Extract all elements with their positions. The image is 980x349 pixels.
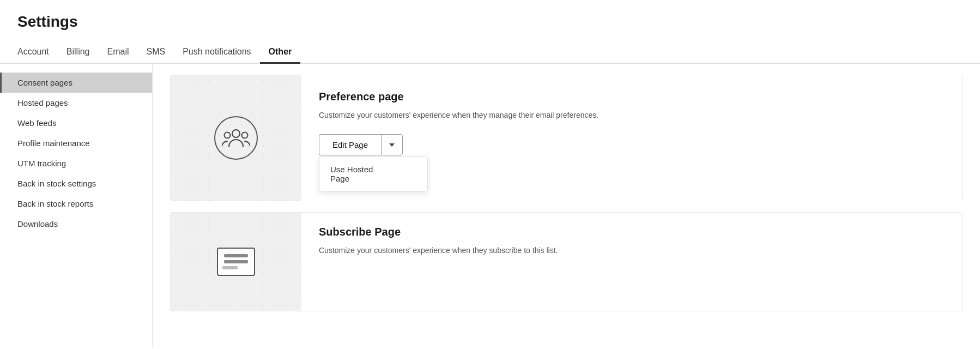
svg-point-0 <box>232 130 240 137</box>
svg-point-1 <box>225 133 231 139</box>
tab-billing[interactable]: Billing <box>58 41 99 64</box>
preference-page-card: Preference page Customize your customers… <box>170 75 963 201</box>
tab-other[interactable]: Other <box>260 41 301 64</box>
subscribe-icon-line2 <box>224 260 248 263</box>
sidebar-item-utm-tracking[interactable]: UTM tracking <box>0 153 152 173</box>
subscribe-page-desc: Customize your customers' experience whe… <box>319 245 635 256</box>
sidebar-item-back-in-stock-reports[interactable]: Back in stock reports <box>0 194 152 214</box>
sidebar-item-profile-maintenance[interactable]: Profile maintenance <box>0 133 152 153</box>
preference-page-image <box>171 75 301 201</box>
subscribe-page-card: Subscribe Page Customize your customers'… <box>170 212 963 311</box>
dropdown-toggle-button[interactable] <box>381 134 403 155</box>
chevron-down-icon <box>389 143 395 147</box>
sidebar-item-downloads[interactable]: Downloads <box>0 214 152 234</box>
tab-email[interactable]: Email <box>99 41 138 64</box>
header: Settings Account Billing Email SMS Push … <box>0 0 980 64</box>
subscribe-page-image <box>171 213 301 311</box>
preference-page-desc: Customize your customers' experience whe… <box>319 110 635 121</box>
sidebar: Consent pages Hosted pages Web feeds Pro… <box>0 64 153 347</box>
edit-page-button-group: Edit Page Use HostedPage <box>319 134 945 155</box>
sidebar-item-web-feeds[interactable]: Web feeds <box>0 113 152 133</box>
nav-tabs: Account Billing Email SMS Push notificat… <box>0 41 980 64</box>
subscribe-page-content: Subscribe Page Customize your customers'… <box>301 213 962 285</box>
tab-push-notifications[interactable]: Push notifications <box>174 41 259 64</box>
svg-point-2 <box>242 133 248 139</box>
subscribe-icon-line1 <box>224 254 248 257</box>
preference-page-title: Preference page <box>319 91 945 103</box>
content-area: Preference page Customize your customers… <box>153 64 980 347</box>
people-icon <box>214 116 258 160</box>
tab-account[interactable]: Account <box>17 41 58 64</box>
use-hosted-page-item[interactable]: Use HostedPage <box>319 157 427 191</box>
tab-sms[interactable]: SMS <box>138 41 174 64</box>
main-layout: Consent pages Hosted pages Web feeds Pro… <box>0 64 980 347</box>
dropdown-menu: Use HostedPage <box>319 157 428 191</box>
sidebar-item-back-in-stock-settings[interactable]: Back in stock settings <box>0 173 152 194</box>
sidebar-item-consent-pages[interactable]: Consent pages <box>0 73 152 93</box>
sidebar-item-hosted-pages[interactable]: Hosted pages <box>0 93 152 113</box>
edit-page-button[interactable]: Edit Page <box>319 134 381 155</box>
subscribe-page-title: Subscribe Page <box>319 226 945 238</box>
page-title: Settings <box>17 13 963 31</box>
subscribe-page-icon <box>217 248 255 276</box>
subscribe-icon-line3 <box>222 266 238 269</box>
preference-page-content: Preference page Customize your customers… <box>301 75 962 171</box>
